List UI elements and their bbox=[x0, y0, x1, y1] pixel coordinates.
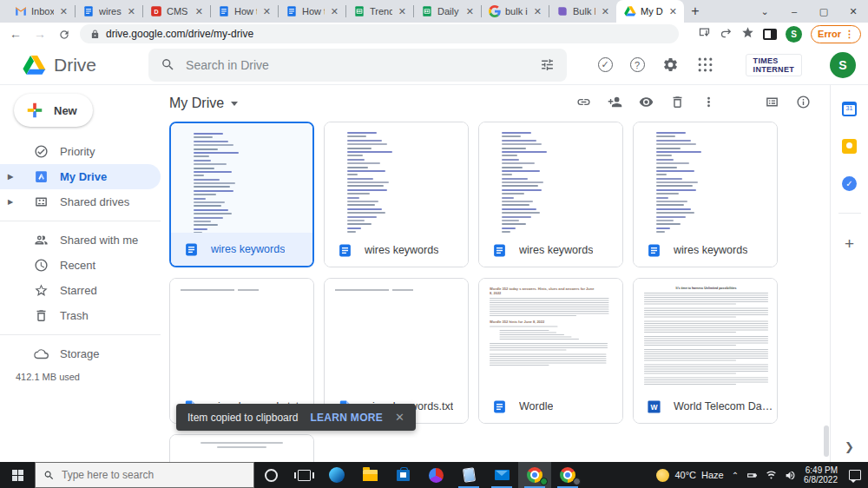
breadcrumb-my-drive[interactable]: My Drive bbox=[169, 96, 238, 111]
file-card[interactable]: wires keywords bbox=[324, 122, 469, 267]
side-panel-icon[interactable] bbox=[763, 29, 777, 40]
tab-close-icon[interactable]: ✕ bbox=[532, 6, 543, 17]
toast-close-icon[interactable]: ✕ bbox=[395, 411, 404, 424]
taskbar-task-view-icon[interactable] bbox=[287, 462, 320, 488]
window-maximize-button[interactable]: ▢ bbox=[809, 0, 838, 23]
tab-close-icon[interactable]: ✕ bbox=[667, 6, 679, 17]
wifi-icon[interactable] bbox=[766, 470, 777, 481]
tab-close-icon[interactable]: ✕ bbox=[126, 6, 137, 17]
share-person-add-icon[interactable] bbox=[608, 95, 622, 113]
back-icon[interactable]: ← bbox=[7, 27, 24, 41]
browser-tab[interactable]: How to✕ bbox=[210, 0, 278, 23]
taskbar-clock[interactable]: 6:49 PM 6/8/2022 bbox=[804, 465, 838, 485]
tab-close-icon[interactable]: ✕ bbox=[397, 6, 408, 17]
tab-close-icon[interactable]: ✕ bbox=[600, 6, 611, 17]
new-button[interactable]: New bbox=[14, 94, 93, 127]
file-card[interactable]: wires keywords bbox=[169, 122, 314, 267]
window-minimize-button[interactable]: – bbox=[779, 0, 809, 23]
browser-tab[interactable]: Bulk Re✕ bbox=[549, 0, 616, 23]
sidebar-item-shared-drives[interactable]: ▶Shared drives bbox=[0, 189, 161, 214]
taskbar-search-box[interactable] bbox=[35, 462, 254, 488]
install-app-icon[interactable] bbox=[698, 26, 711, 43]
battery-icon[interactable] bbox=[746, 470, 758, 481]
tab-close-icon[interactable]: ✕ bbox=[329, 6, 340, 17]
scrollbar-thumb[interactable] bbox=[824, 425, 829, 457]
preview-eye-icon[interactable] bbox=[639, 95, 654, 113]
tab-close-icon[interactable]: ✕ bbox=[464, 6, 476, 17]
tab-close-icon[interactable]: ✕ bbox=[194, 6, 205, 17]
file-card-partial[interactable] bbox=[169, 434, 314, 462]
get-addons-plus-icon[interactable]: + bbox=[845, 234, 854, 254]
taskbar-file-explorer-icon[interactable] bbox=[353, 462, 386, 488]
start-button[interactable] bbox=[0, 462, 35, 488]
share-page-icon[interactable] bbox=[720, 26, 733, 43]
url-bar[interactable]: drive.google.com/drive/my-drive bbox=[80, 24, 679, 43]
browser-tab[interactable]: My Driv✕ bbox=[616, 0, 684, 23]
expand-arrow-icon[interactable]: ▶ bbox=[8, 198, 13, 206]
drive-logo[interactable]: Drive bbox=[0, 55, 148, 76]
settings-gear-icon[interactable] bbox=[662, 56, 680, 74]
keep-icon[interactable] bbox=[841, 138, 858, 155]
more-vertical-icon[interactable] bbox=[701, 95, 716, 113]
remove-trash-icon[interactable] bbox=[670, 95, 685, 113]
browser-tab[interactable]: bulk im✕ bbox=[481, 0, 549, 23]
file-card[interactable]: wires keywords.txt bbox=[169, 278, 314, 424]
drive-search-input[interactable] bbox=[186, 58, 529, 72]
browser-tab[interactable]: How to✕ bbox=[278, 0, 345, 23]
browser-tab[interactable]: wires ke✕ bbox=[75, 0, 142, 23]
toast-learn-more-link[interactable]: LEARN MORE bbox=[310, 412, 383, 424]
sidebar-item-trash[interactable]: Trash bbox=[0, 303, 161, 328]
sidebar-item-recent[interactable]: Recent bbox=[0, 253, 161, 278]
calendar-icon[interactable] bbox=[841, 101, 858, 117]
file-card[interactable]: Wordle 352 today s answers. Hints, clues… bbox=[478, 278, 623, 424]
offline-status-icon[interactable]: ✓ bbox=[598, 57, 613, 72]
bookmark-star-icon[interactable] bbox=[741, 26, 754, 43]
google-apps-grid-icon[interactable] bbox=[697, 56, 714, 74]
search-options-tune-icon[interactable] bbox=[540, 57, 555, 72]
browser-tab[interactable]: Daily W✕ bbox=[413, 0, 481, 23]
sidebar-item-priority[interactable]: Priority bbox=[0, 139, 161, 164]
tab-close-icon[interactable]: ✕ bbox=[58, 6, 69, 17]
new-tab-button[interactable]: + bbox=[684, 0, 707, 23]
tab-close-icon[interactable]: ✕ bbox=[261, 6, 273, 17]
sidebar-item-my-drive[interactable]: ▶My Drive bbox=[0, 164, 161, 189]
taskbar-chrome-profile-icon[interactable] bbox=[518, 462, 551, 488]
file-card[interactable]: wires keywords bbox=[633, 122, 778, 267]
browser-tab[interactable]: Inbox (2✕ bbox=[7, 0, 75, 23]
expand-arrow-icon[interactable]: ▶ bbox=[8, 173, 13, 181]
file-card[interactable]: wires keywords bbox=[478, 122, 623, 267]
drive-search-bar[interactable] bbox=[148, 49, 567, 82]
sidebar-item-starred[interactable]: Starred bbox=[0, 278, 161, 303]
help-icon[interactable]: ? bbox=[630, 57, 645, 72]
browser-menu-error-badge[interactable]: Error ⋮ bbox=[811, 25, 861, 43]
browser-tab[interactable]: Trendin✕ bbox=[345, 0, 413, 23]
info-icon[interactable] bbox=[796, 95, 811, 113]
taskbar-cortana-icon[interactable] bbox=[254, 462, 287, 488]
taskbar-palette-app-icon[interactable] bbox=[419, 462, 452, 488]
taskbar-mail-icon[interactable] bbox=[485, 462, 518, 488]
list-view-icon[interactable] bbox=[765, 95, 779, 113]
get-link-icon[interactable] bbox=[576, 95, 591, 113]
taskbar-notes-app-icon[interactable] bbox=[452, 462, 485, 488]
taskbar-edge-icon[interactable] bbox=[320, 462, 353, 488]
speaker-icon[interactable] bbox=[785, 470, 796, 481]
tab-search-chevron-icon[interactable]: ⌄ bbox=[750, 0, 779, 23]
tray-overflow-chevron-icon[interactable]: ⌃ bbox=[732, 471, 739, 480]
taskbar-search-input[interactable] bbox=[62, 469, 227, 481]
browser-profile-avatar[interactable]: S bbox=[786, 26, 802, 43]
taskbar-chrome-icon[interactable] bbox=[551, 462, 584, 488]
file-card[interactable]: wires keywords.txt bbox=[324, 278, 469, 424]
reload-icon[interactable] bbox=[56, 27, 73, 41]
forward-icon[interactable]: → bbox=[31, 27, 49, 41]
account-avatar[interactable]: S bbox=[830, 52, 856, 78]
window-close-button[interactable]: ✕ bbox=[838, 0, 868, 23]
tasks-icon[interactable]: ✓ bbox=[841, 175, 858, 192]
sidebar-item-storage[interactable]: Storage bbox=[0, 341, 161, 366]
file-card[interactable]: It's time to harness Unlimited possibili… bbox=[633, 278, 778, 424]
hide-side-panel-chevron-icon[interactable]: ❯ bbox=[845, 440, 854, 453]
action-center-icon[interactable] bbox=[849, 470, 861, 480]
taskbar-store-icon[interactable] bbox=[386, 462, 419, 488]
browser-tab[interactable]: DCMS De✕ bbox=[142, 0, 210, 23]
weather-widget[interactable]: 40°C Haze bbox=[656, 469, 723, 482]
sidebar-item-shared-with-me[interactable]: Shared with me bbox=[0, 228, 161, 253]
